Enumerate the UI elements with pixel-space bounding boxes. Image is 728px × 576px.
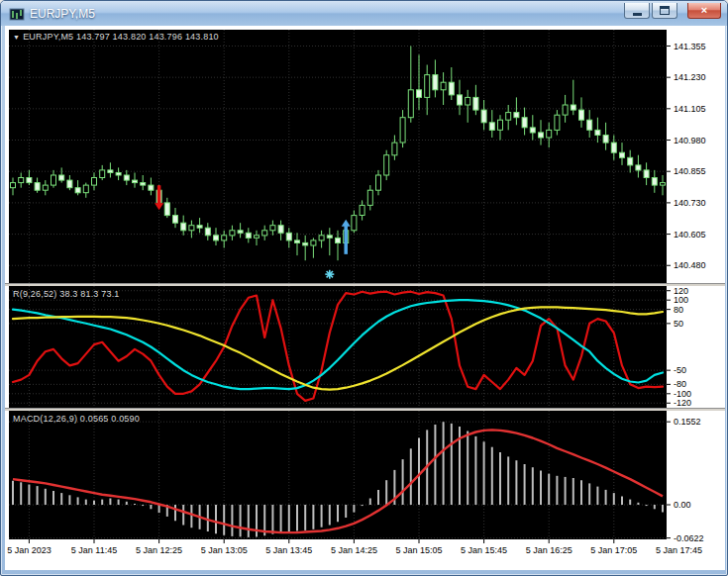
- minimize-button[interactable]: [624, 3, 650, 19]
- svg-text:-120: -120: [674, 398, 691, 408]
- svg-text:5 Jan 17:45: 5 Jan 17:45: [656, 545, 702, 555]
- svg-text:80: 80: [674, 305, 683, 315]
- close-button[interactable]: ×: [687, 3, 721, 19]
- svg-text:141.355: 141.355: [674, 42, 706, 51]
- svg-text:5 Jan 13:45: 5 Jan 13:45: [265, 545, 312, 555]
- svg-text:140.730: 140.730: [674, 198, 706, 208]
- svg-text:5 Jan 2023: 5 Jan 2023: [7, 545, 52, 555]
- svg-text:5 Jan 17:05: 5 Jan 17:05: [590, 545, 637, 555]
- svg-text:5 Jan 11:45: 5 Jan 11:45: [71, 545, 117, 555]
- svg-text:-50: -50: [674, 365, 686, 375]
- svg-text:100: 100: [674, 295, 688, 305]
- svg-text:5 Jan 13:05: 5 Jan 13:05: [201, 545, 248, 555]
- svg-text:5 Jan 15:05: 5 Jan 15:05: [395, 545, 442, 555]
- window-controls: ×: [624, 1, 721, 26]
- svg-text:140.605: 140.605: [674, 230, 706, 240]
- svg-text:141.105: 141.105: [674, 104, 706, 114]
- svg-text:-100: -100: [674, 389, 691, 399]
- maximize-button[interactable]: [652, 3, 677, 19]
- svg-text:-0.0622: -0.0622: [674, 533, 704, 543]
- svg-text:141.230: 141.230: [674, 72, 706, 82]
- svg-text:140.980: 140.980: [674, 136, 706, 145]
- macd-indicator-label: MACD(12,26,9) 0.0565 0.0590: [13, 414, 140, 424]
- window-title: EURJPY,M5: [30, 7, 95, 21]
- svg-text:-80: -80: [674, 379, 686, 389]
- svg-text:140.855: 140.855: [674, 166, 706, 176]
- close-icon: ×: [701, 5, 707, 16]
- window-icon: [9, 7, 25, 20]
- svg-text:0.00: 0.00: [674, 500, 691, 510]
- main-chart-header: ▼EURJPY,M5 143.797 143.820 143.796 143.8…: [13, 32, 219, 42]
- svg-text:50: 50: [674, 319, 683, 329]
- chart-window: EURJPY,M5 × 141.355141.230141.105140.980…: [0, 0, 728, 576]
- maximize-icon: [660, 6, 670, 15]
- svg-text:5 Jan 15:45: 5 Jan 15:45: [461, 545, 507, 555]
- r-indicator-label: R(9,26,52) 38.3 81.3 73.1: [13, 289, 120, 299]
- ohlc-label: EURJPY,M5 143.797 143.820 143.796 143.81…: [23, 32, 219, 42]
- svg-text:5 Jan 16:25: 5 Jan 16:25: [526, 545, 572, 555]
- svg-text:0.1552: 0.1552: [674, 417, 701, 427]
- minimize-icon: [633, 13, 642, 16]
- svg-text:5 Jan 12:25: 5 Jan 12:25: [136, 545, 182, 555]
- svg-text:120: 120: [674, 286, 688, 296]
- symbol-dropdown-icon[interactable]: ▼: [13, 34, 20, 41]
- title-bar[interactable]: EURJPY,M5 ×: [1, 1, 727, 26]
- svg-text:5 Jan 14:25: 5 Jan 14:25: [331, 545, 377, 555]
- chart-client-area: 141.355141.230141.105140.980140.855140.7…: [5, 26, 725, 570]
- svg-text:140.480: 140.480: [674, 260, 706, 270]
